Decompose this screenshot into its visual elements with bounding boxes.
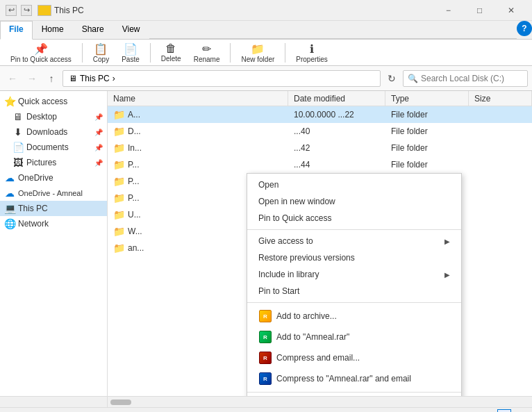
delete-button[interactable]: 🗑 Delete	[156, 40, 186, 65]
refresh-button[interactable]: ↻	[383, 70, 400, 87]
new-folder-icon: 📁	[251, 42, 265, 56]
col-header-date[interactable]: Date modified	[288, 91, 385, 106]
sidebar-item-downloads[interactable]: ⬇ Downloads 📌	[0, 124, 107, 140]
table-row[interactable]: 📁In... ...42 File folder	[108, 140, 532, 156]
ctx-label-give-access: Give access to	[258, 236, 313, 246]
file-size-2	[469, 130, 532, 133]
pin-icon: 📌	[34, 42, 48, 56]
close-button[interactable]: ✕	[495, 0, 526, 21]
ctx-pin-start[interactable]: Pin to Start	[247, 283, 461, 299]
file-type-2: File folder	[385, 125, 469, 138]
details-view-button[interactable]: ≡	[497, 409, 511, 413]
tab-share[interactable]: Share	[73, 21, 113, 39]
sidebar-item-desktop[interactable]: 🖥 Desktop 📌	[0, 109, 107, 124]
folder-icon-2: 📁	[113, 126, 125, 137]
window-title: This PC	[54, 6, 433, 15]
sidebar-label-onedrive: OneDrive	[18, 173, 53, 183]
col-header-type[interactable]: Type	[385, 91, 469, 106]
folder-icon	[38, 5, 51, 16]
ctx-label-add-amneal: Add to "Amneal.rar"	[276, 332, 349, 342]
network-icon: 🌐	[4, 218, 15, 229]
undo-icon[interactable]: ↩	[6, 5, 17, 16]
rename-button[interactable]: ✏ Rename	[189, 40, 225, 65]
col-header-size[interactable]: Size	[469, 91, 532, 106]
folder-icon-3: 📁	[113, 142, 125, 154]
hscroll-thumb[interactable]	[110, 399, 131, 405]
sidebar-item-thispc[interactable]: 💻 This PC	[0, 201, 107, 216]
window-controls: − □ ✕	[433, 0, 526, 21]
file-size-8	[469, 230, 532, 233]
folder-icon-4: 📁	[113, 159, 125, 170]
file-name-2: 📁D...	[108, 124, 288, 138]
properties-button[interactable]: ℹ Properties	[291, 40, 333, 65]
tab-file[interactable]: File	[0, 21, 33, 40]
pin-icon-documents: 📌	[94, 144, 103, 151]
ribbon-sep-4	[285, 43, 285, 63]
ctx-label-open-new: Open in new window	[258, 197, 335, 206]
ctx-sep-3	[247, 392, 461, 393]
ctx-pin-quickaccess[interactable]: Pin to Quick access	[247, 210, 461, 226]
minimize-button[interactable]: −	[433, 0, 464, 21]
file-size-4	[469, 163, 532, 166]
tab-home[interactable]: Home	[33, 21, 73, 39]
sidebar-label-network: Network	[18, 219, 49, 229]
sidebar-item-onedrive-amneal[interactable]: ☁ OneDrive - Amneal	[0, 186, 107, 201]
context-menu: Open Open in new window Pin to Quick acc…	[247, 173, 462, 396]
ctx-send-to[interactable]: Send to▶	[247, 395, 461, 396]
ctx-include-library[interactable]: Include in library▶	[247, 266, 461, 283]
file-size-1	[469, 113, 532, 116]
col-header-name[interactable]: Name	[108, 91, 288, 106]
sidebar-item-pictures[interactable]: 🖼 Pictures 📌	[0, 155, 107, 170]
ctx-open[interactable]: Open	[247, 176, 461, 193]
sidebar-label-downloads: Downloads	[26, 127, 67, 137]
file-date-4: ...44	[288, 158, 385, 171]
sidebar-label-quickaccess: Quick access	[18, 97, 67, 106]
sidebar-item-onedrive[interactable]: ☁ OneDrive	[0, 170, 107, 186]
pin-quickaccess-button[interactable]: 📌 Pin to Quick access	[6, 40, 76, 65]
tab-view[interactable]: View	[113, 21, 149, 39]
paste-button[interactable]: 📄 Paste	[117, 40, 144, 65]
back-button[interactable]: ←	[4, 70, 21, 87]
file-name-4: 📁P...	[108, 158, 288, 172]
view-controls: ≡ ⊞	[497, 409, 526, 413]
sidebar-item-network[interactable]: 🌐 Network	[0, 216, 107, 231]
breadcrumb-thispc[interactable]: This PC	[80, 74, 110, 83]
filelist-header: Name Date modified Type Size	[108, 91, 532, 106]
folder-icon-6: 📁	[113, 192, 125, 204]
forward-button[interactable]: →	[24, 70, 40, 87]
quickaccess-icon: ⭐	[4, 96, 15, 107]
ctx-compress-email[interactable]: R Compress and email...	[247, 347, 461, 368]
ctx-restore-versions[interactable]: Restore previous versions	[247, 249, 461, 266]
table-row[interactable]: 📁D... ...40 File folder	[108, 123, 532, 140]
thispc-icon: 💻	[4, 203, 15, 214]
table-row[interactable]: 📁P... ...44 File folder	[108, 156, 532, 173]
search-input[interactable]	[421, 74, 518, 83]
new-folder-button[interactable]: 📁 New folder	[236, 40, 279, 65]
hscrollbar[interactable]	[0, 396, 532, 407]
maximize-button[interactable]: □	[464, 0, 495, 21]
downloads-icon: ⬇	[13, 126, 24, 138]
up-button[interactable]: ↑	[43, 70, 60, 87]
sidebar-item-documents[interactable]: 📄 Documents 📌	[0, 140, 107, 155]
copy-button[interactable]: 📋 Copy	[88, 40, 114, 65]
ctx-add-archive[interactable]: R Add to archive...	[247, 306, 461, 327]
pin-icon-desktop: 📌	[94, 113, 103, 121]
ctx-label-restore: Restore previous versions	[258, 253, 355, 263]
ribbon-sep-1	[82, 43, 83, 63]
file-size-5	[469, 180, 532, 183]
ctx-open-new-window[interactable]: Open in new window	[247, 193, 461, 210]
help-button[interactable]: ?	[517, 21, 532, 36]
ctx-compress-amneal-email[interactable]: R Compress to "Amneal.rar" and email	[247, 368, 461, 389]
sidebar-label-pictures: Pictures	[26, 158, 56, 167]
ctx-label-open: Open	[258, 180, 279, 190]
ctx-give-access[interactable]: Give access to▶	[247, 233, 461, 249]
sidebar-item-quickaccess[interactable]: ⭐ Quick access	[0, 94, 107, 109]
ribbon-tabs: File Home Share View ?	[0, 21, 532, 39]
ctx-label-compress-amneal-email: Compress to "Amneal.rar" and email	[276, 374, 411, 384]
sidebar-label-documents: Documents	[26, 142, 69, 152]
table-row[interactable]: 📁A... 10.00.0000 ...22 File folder	[108, 106, 532, 123]
redo-icon[interactable]: ↪	[21, 5, 32, 16]
address-path[interactable]: 🖥 This PC ›	[63, 70, 381, 87]
ctx-add-amneal-rar[interactable]: R Add to "Amneal.rar"	[247, 327, 461, 347]
tiles-view-button[interactable]: ⊞	[513, 409, 526, 413]
